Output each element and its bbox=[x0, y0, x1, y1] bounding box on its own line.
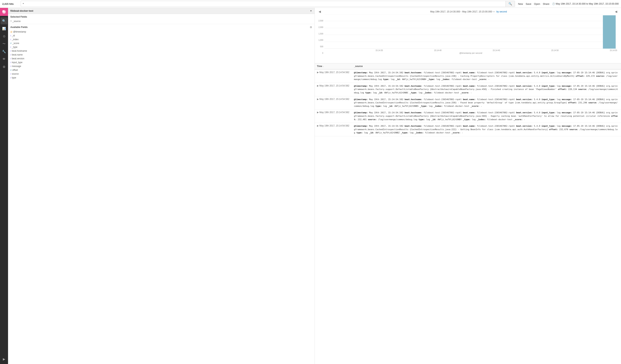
nav-monitoring[interactable]: 👁 bbox=[0, 56, 7, 63]
time-range[interactable]: 🕐 May 19th 2017, 15:14:30.000 to May 19t… bbox=[552, 2, 619, 5]
svg-rect-6 bbox=[603, 15, 616, 49]
time-value: May 19th 2017, 15:14:54.582 bbox=[320, 98, 349, 100]
field-name: type bbox=[12, 76, 16, 79]
y-tick-1000: 1,000 bbox=[319, 39, 323, 41]
time-cell: ▶May 19th 2017, 15:14:54.582 bbox=[315, 83, 352, 96]
nav-management[interactable]: ⚙ bbox=[0, 63, 7, 70]
index-pattern-arrow-icon: ▼ bbox=[310, 10, 312, 12]
field-name: offset bbox=[12, 69, 18, 71]
field-name: _id bbox=[12, 34, 15, 37]
field-item-message[interactable]: tmessage bbox=[10, 64, 312, 68]
app-logo bbox=[0, 8, 8, 16]
time-column-header[interactable]: Time ↓ bbox=[315, 63, 352, 69]
source-cell: @timestamp: May 19th 2017, 15:14:54.582 … bbox=[352, 109, 621, 123]
field-name: message bbox=[12, 65, 21, 67]
sort-icon: ↓ bbox=[323, 65, 324, 67]
open-button[interactable]: Open bbox=[534, 2, 540, 5]
field-name: beat.version bbox=[12, 57, 24, 60]
field-name: beat.name bbox=[12, 53, 23, 56]
y-tick-0: 0 bbox=[319, 52, 323, 54]
field-type-icon: t bbox=[10, 77, 11, 79]
table-row: ▶May 19th 2017, 15:14:54.582@timestamp: … bbox=[315, 83, 621, 96]
chart-back-btn[interactable]: ◀ bbox=[615, 10, 617, 13]
chart-title: May 19th 2017, 15:14:30.000 - May 19th 2… bbox=[430, 10, 495, 13]
time-cell: ▶May 19th 2017, 15:14:54.582 bbox=[315, 96, 352, 109]
expand-row-button[interactable]: ▶ bbox=[317, 124, 319, 127]
field-item-offset[interactable]: #offset bbox=[10, 68, 312, 72]
field-name: source bbox=[12, 73, 19, 75]
y-tick-2500: 2,500 bbox=[319, 20, 323, 22]
time-value: May 19th 2017, 15:14:54.582 bbox=[320, 124, 349, 127]
y-tick-1500: 1,500 bbox=[319, 33, 323, 35]
field-item-source[interactable]: tsource bbox=[10, 72, 312, 76]
x-tick-4: 15:14:45 bbox=[493, 49, 500, 51]
field-name: _score bbox=[12, 42, 19, 45]
table-row: ▶May 19th 2017, 15:14:54.582@timestamp: … bbox=[315, 96, 621, 109]
field-item-_score[interactable]: #_score bbox=[10, 41, 312, 45]
y-tick-500: 500 bbox=[319, 46, 323, 48]
field-type-icon: t bbox=[10, 38, 11, 41]
index-pattern-name: filebeat-docker-test bbox=[10, 9, 33, 12]
new-button[interactable]: New bbox=[518, 2, 523, 5]
field-name: input_type bbox=[12, 61, 22, 64]
field-item-input_type[interactable]: tinput_type bbox=[10, 61, 312, 64]
field-type-icon: t bbox=[10, 65, 11, 67]
field-type-icon: t bbox=[10, 73, 11, 75]
field-name: _index bbox=[12, 38, 18, 41]
nav-bottom[interactable]: ▶ bbox=[0, 356, 7, 363]
time-cell: ▶May 19th 2017, 15:14:54.582 bbox=[315, 69, 352, 83]
field-type-icon: t bbox=[10, 61, 11, 64]
selected-field-source[interactable]: ? _source bbox=[10, 19, 312, 23]
field-item-beat.name[interactable]: tbeat.name bbox=[10, 53, 312, 57]
source-cell: @timestamp: May 19th 2017, 15:14:54.582 … bbox=[352, 123, 621, 136]
field-name: @timestamp bbox=[13, 31, 26, 33]
field-item-beat.version[interactable]: tbeat.version bbox=[10, 57, 312, 61]
nav-discover[interactable]: 🔍 bbox=[0, 17, 7, 24]
search-button[interactable]: 🔍 bbox=[506, 1, 515, 7]
clock-icon: 🕐 bbox=[552, 2, 555, 5]
field-type-icon: t bbox=[10, 50, 11, 52]
field-item-@timestamp[interactable]: @@timestamp bbox=[10, 30, 312, 34]
field-name: _type bbox=[12, 46, 17, 49]
field-item-_id[interactable]: t_id bbox=[10, 34, 312, 37]
time-value: May 19th 2017, 15:14:54.582 bbox=[320, 84, 349, 87]
source-field-icon: ? bbox=[10, 20, 12, 22]
save-button[interactable]: Save bbox=[526, 2, 531, 5]
source-column-header[interactable]: _source bbox=[352, 63, 621, 69]
x-tick-3: 15:14:40 bbox=[434, 49, 441, 51]
x-axis-label: @timestamp per second bbox=[459, 52, 482, 54]
nav-dev-tools[interactable]: 🔧 bbox=[0, 48, 7, 55]
time-value: May 19th 2017, 15:14:54.582 bbox=[320, 71, 349, 74]
field-item-_type[interactable]: t_type bbox=[10, 45, 312, 49]
source-cell: @timestamp: May 19th 2017, 15:14:54.582 … bbox=[352, 96, 621, 109]
expand-row-button[interactable]: ▶ bbox=[317, 84, 319, 87]
time-cell: ▶May 19th 2017, 15:14:54.582 bbox=[315, 109, 352, 123]
available-fields-label: Available Fields bbox=[10, 26, 28, 29]
field-type-icon: t bbox=[10, 34, 11, 37]
field-type-icon: @ bbox=[10, 31, 12, 33]
time-value: May 19th 2017, 15:14:54.582 bbox=[320, 111, 349, 114]
nav-timelion[interactable]: 〜 bbox=[0, 40, 7, 47]
x-tick-5: 15:14:50 bbox=[551, 49, 559, 51]
x-tick-2: 15:14:35 bbox=[375, 49, 383, 51]
table-row: ▶May 19th 2017, 15:14:54.582@timestamp: … bbox=[315, 69, 621, 83]
field-name: beat.hostname bbox=[12, 50, 27, 52]
field-item-_index[interactable]: t_index bbox=[10, 37, 312, 41]
available-fields-gear-icon[interactable]: ⚙ bbox=[310, 26, 312, 29]
by-second-link[interactable]: by second bbox=[496, 10, 507, 13]
field-item-type[interactable]: ttype bbox=[10, 76, 312, 80]
expand-row-button[interactable]: ▶ bbox=[317, 71, 319, 74]
nav-dashboard[interactable]: ⊙ bbox=[0, 33, 7, 40]
field-item-beat.hostname[interactable]: tbeat.hostname bbox=[10, 49, 312, 53]
source-field-name: _source bbox=[12, 20, 21, 23]
hits-count: 2,415 hits bbox=[2, 2, 17, 5]
table-row: ▶May 19th 2017, 15:14:54.582@timestamp: … bbox=[315, 123, 621, 136]
index-pattern-header[interactable]: filebeat-docker-test ▼ bbox=[8, 8, 314, 14]
chart-prev-btn[interactable]: ◀ bbox=[319, 10, 322, 13]
share-button[interactable]: Share bbox=[543, 2, 549, 5]
selected-fields-label: Selected Fields bbox=[10, 16, 312, 18]
nav-visualize[interactable]: 📊 bbox=[0, 25, 7, 32]
search-input[interactable] bbox=[21, 1, 506, 6]
expand-row-button[interactable]: ▶ bbox=[317, 111, 319, 114]
expand-row-button[interactable]: ▶ bbox=[317, 98, 319, 100]
